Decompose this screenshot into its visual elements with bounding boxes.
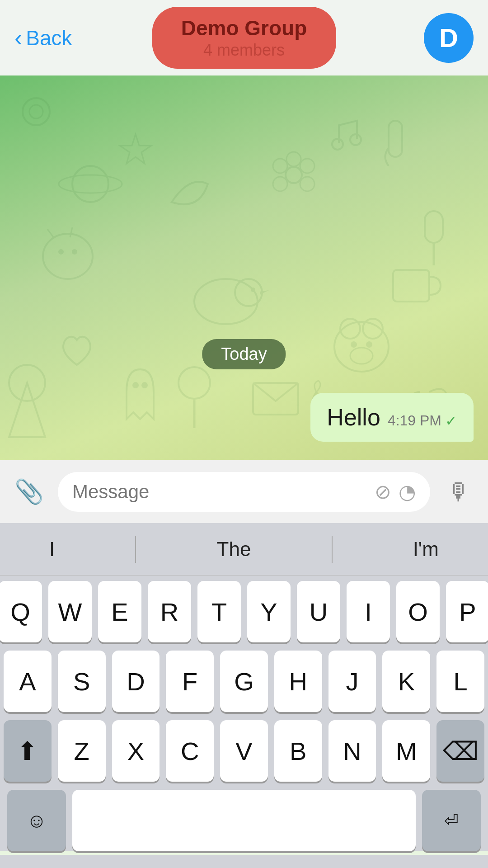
key-X[interactable]: X [112, 720, 160, 782]
svg-point-17 [251, 288, 255, 292]
svg-point-29 [366, 341, 372, 348]
group-members-count: 4 members [181, 41, 307, 60]
key-N[interactable]: N [328, 720, 376, 782]
message-bubble: Hello 4:19 PM ✓ [310, 393, 474, 442]
key-V[interactable]: V [220, 720, 268, 782]
group-info-button[interactable]: Demo Group 4 members [152, 7, 336, 69]
mic-icon: 🎙 [447, 478, 471, 505]
delete-key[interactable]: ⌫ [436, 720, 484, 782]
key-L[interactable]: L [436, 651, 484, 712]
svg-marker-7 [120, 134, 151, 164]
svg-rect-33 [393, 270, 429, 302]
autocomplete-bar: I The I'm [0, 523, 488, 576]
message-meta: 4:19 PM ✓ [388, 412, 457, 429]
svg-point-12 [273, 177, 287, 191]
key-W[interactable]: W [48, 581, 92, 642]
message-input-wrapper: ⊘ ◔ [58, 472, 430, 512]
message-tick-icon: ✓ [445, 412, 457, 429]
svg-rect-18 [425, 211, 443, 243]
emoji-key[interactable]: ☺ [7, 790, 66, 851]
chat-area: Today Hello 4:19 PM ✓ [0, 75, 488, 460]
format-icon[interactable]: ⊘ [375, 482, 391, 502]
keyboard: Q W E R T Y U I O P A S D F G H J K L ⬆ … [0, 576, 488, 851]
key-T[interactable]: T [197, 581, 241, 642]
mic-button[interactable]: 🎙 [441, 474, 477, 510]
autocomplete-divider-2 [332, 536, 333, 563]
key-J[interactable]: J [328, 651, 376, 712]
svg-point-11 [286, 152, 301, 166]
shift-key[interactable]: ⬆ [4, 720, 52, 782]
message-input[interactable] [72, 481, 367, 503]
key-R[interactable]: R [148, 581, 191, 642]
svg-point-28 [351, 341, 357, 348]
group-name: Demo Group [181, 16, 307, 41]
key-K[interactable]: K [382, 651, 430, 712]
key-I[interactable]: I [347, 581, 390, 642]
key-Q[interactable]: Q [0, 581, 42, 642]
autocomplete-word-0[interactable]: I [31, 531, 73, 568]
avatar[interactable]: D [424, 13, 474, 63]
svg-line-4 [70, 227, 72, 237]
key-O[interactable]: O [396, 581, 440, 642]
return-key[interactable]: ⏎ [422, 790, 481, 851]
attach-button[interactable]: 📎 [11, 474, 47, 510]
svg-point-32 [141, 382, 148, 388]
key-E[interactable]: E [98, 581, 141, 642]
message-time: 4:19 PM [388, 412, 441, 429]
svg-point-2 [43, 234, 93, 279]
keyboard-row-4: ☺ ⏎ [4, 790, 484, 851]
svg-line-3 [47, 229, 54, 238]
svg-point-15 [194, 279, 258, 324]
autocomplete-divider-1 [135, 536, 136, 563]
input-bar: 📎 ⊘ ◔ 🎙 [0, 460, 488, 523]
key-D[interactable]: D [112, 651, 160, 712]
key-G[interactable]: G [220, 651, 268, 712]
svg-point-36 [59, 175, 122, 193]
svg-point-8 [286, 167, 302, 183]
keyboard-row-2: A S D F G H J K L [4, 651, 484, 712]
svg-point-20 [332, 139, 343, 150]
svg-point-10 [300, 159, 314, 173]
back-label: Back [26, 26, 72, 50]
svg-rect-14 [389, 121, 402, 157]
back-chevron-icon: ‹ [14, 26, 22, 50]
svg-point-22 [178, 367, 210, 399]
message-text: Hello [327, 404, 380, 431]
key-U[interactable]: U [297, 581, 340, 642]
bottom-hint-bar [0, 855, 488, 868]
space-key[interactable] [72, 790, 416, 851]
svg-point-0 [23, 98, 50, 125]
key-B[interactable]: B [274, 720, 322, 782]
key-C[interactable]: C [166, 720, 214, 782]
svg-point-27 [350, 348, 373, 364]
key-M[interactable]: M [382, 720, 430, 782]
key-H[interactable]: H [274, 651, 322, 712]
svg-point-35 [72, 166, 108, 202]
autocomplete-word-1[interactable]: The [199, 531, 269, 568]
keyboard-row-1: Q W E R T Y U I O P [4, 581, 484, 642]
svg-point-21 [350, 134, 361, 145]
key-A[interactable]: A [4, 651, 52, 712]
key-Z[interactable]: Z [58, 720, 106, 782]
attach-icon: 📎 [14, 478, 44, 505]
svg-point-1 [29, 105, 43, 118]
key-Y[interactable]: Y [247, 581, 291, 642]
svg-point-5 [58, 249, 64, 255]
sticker-icon[interactable]: ◔ [399, 482, 416, 502]
back-button[interactable]: ‹ Back [14, 26, 72, 50]
header: ‹ Back Demo Group 4 members D [0, 0, 488, 75]
key-F[interactable]: F [166, 651, 214, 712]
autocomplete-word-2[interactable]: I'm [395, 531, 457, 568]
svg-point-9 [273, 159, 287, 173]
key-P[interactable]: P [446, 581, 488, 642]
svg-point-31 [132, 382, 139, 388]
svg-point-13 [300, 177, 314, 191]
svg-point-6 [72, 249, 77, 255]
svg-point-16 [235, 279, 262, 306]
key-S[interactable]: S [58, 651, 106, 712]
date-badge: Today [202, 339, 286, 369]
date-label: Today [221, 344, 267, 363]
avatar-letter: D [439, 23, 458, 53]
keyboard-row-3: ⬆ Z X C V B N M ⌫ [4, 720, 484, 782]
